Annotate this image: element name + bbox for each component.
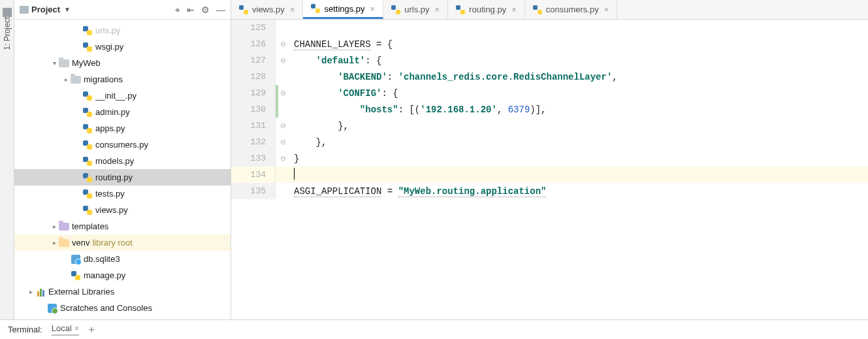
line-number: 130 xyxy=(231,101,276,118)
python-file-icon xyxy=(82,91,93,101)
python-file-icon xyxy=(239,5,248,14)
fold-toggle-icon[interactable]: ⊖ xyxy=(278,138,287,146)
editor-tabs: views.py×settings.py×urls.py×routing.py×… xyxy=(231,0,868,20)
tree-item[interactable]: ▾MyWeb xyxy=(14,55,231,71)
tree-item[interactable]: ▸wsgi.py xyxy=(14,39,231,55)
tree-item-label: apps.py xyxy=(95,123,125,133)
change-marker xyxy=(276,183,278,199)
python-file-icon xyxy=(82,205,93,216)
tree-item-label: routing.py xyxy=(95,172,133,182)
tree-item[interactable]: ▸models.py xyxy=(14,153,231,169)
python-file-icon xyxy=(82,172,93,183)
editor-body[interactable]: 125126⊖CHANNEL_LAYERS = {127⊖ 'default':… xyxy=(231,20,868,319)
editor-tab[interactable]: routing.py× xyxy=(448,0,525,19)
change-marker xyxy=(276,69,278,85)
tree-item-label: templates xyxy=(72,221,108,231)
project-header: Project ▼ ⌖ ⇤ ⚙ — xyxy=(14,0,231,20)
tree-item[interactable]: ▸routing.py xyxy=(14,169,231,186)
editor-tab[interactable]: settings.py× xyxy=(303,0,383,19)
expand-arrow-icon[interactable]: ▸ xyxy=(50,223,59,230)
code-line[interactable]: 134 xyxy=(231,167,868,183)
project-title[interactable]: Project xyxy=(31,5,60,14)
close-icon[interactable]: × xyxy=(290,5,295,14)
editor-tab[interactable]: views.py× xyxy=(231,0,303,19)
minimize-icon[interactable]: — xyxy=(216,5,225,14)
tree-item-label: consumers.py xyxy=(95,140,148,150)
tree-item-label: models.py xyxy=(95,156,134,166)
project-tree[interactable]: ▸urls.py▸wsgi.py▾MyWeb▸migrations▸__init… xyxy=(14,20,231,319)
close-icon[interactable]: × xyxy=(370,4,376,14)
editor-tab-label: consumers.py xyxy=(546,5,599,14)
code-line[interactable]: 130 "hosts": [('192.168.1.20', 6379)], xyxy=(231,101,868,118)
tree-item-label: External Libraries xyxy=(48,287,114,297)
collapse-all-icon[interactable]: ⇤ xyxy=(187,5,195,14)
tree-item-label: __init__.py xyxy=(95,91,137,101)
fold-toggle-icon[interactable]: ⊖ xyxy=(278,154,287,163)
code-line[interactable]: 125 xyxy=(231,20,868,36)
editor-tab-label: settings.py xyxy=(324,4,364,14)
line-number: 135 xyxy=(231,183,276,199)
code-line[interactable]: 127⊖ 'default': { xyxy=(231,52,868,69)
code-line[interactable]: 133⊖} xyxy=(231,150,868,167)
close-icon[interactable]: × xyxy=(74,323,80,333)
tree-item[interactable]: ▸consumers.py xyxy=(14,137,231,153)
tree-item[interactable]: ▸venvlibrary root xyxy=(14,234,231,251)
terminal-new-tab[interactable]: + xyxy=(88,324,94,336)
expand-arrow-icon[interactable]: ▸ xyxy=(50,239,59,246)
fold-toggle-icon[interactable]: ⊖ xyxy=(278,56,287,65)
editor-tab[interactable]: consumers.py× xyxy=(525,0,618,19)
tree-item[interactable]: ▸__init__.py xyxy=(14,88,231,104)
change-marker xyxy=(276,20,278,36)
tree-item[interactable]: ▸Scratches and Consoles xyxy=(14,300,231,316)
tree-item[interactable]: ▸views.py xyxy=(14,202,231,218)
tree-item[interactable]: ▸db.sqlite3 xyxy=(14,251,231,267)
line-number: 126 xyxy=(231,36,276,52)
tree-item[interactable]: ▸tests.py xyxy=(14,186,231,202)
tree-item-label: views.py xyxy=(95,205,128,215)
close-icon[interactable]: × xyxy=(435,5,440,14)
terminal-label: Terminal: xyxy=(8,325,42,334)
locate-icon[interactable]: ⌖ xyxy=(175,5,180,14)
project-dropdown-caret[interactable]: ▼ xyxy=(64,6,71,13)
python-file-icon xyxy=(82,42,93,52)
tree-item-label: db.sqlite3 xyxy=(84,254,120,264)
code-line[interactable]: 132⊖ }, xyxy=(231,134,868,150)
fold-toggle-icon[interactable]: ⊖ xyxy=(278,40,287,48)
expand-arrow-icon[interactable]: ▸ xyxy=(26,288,35,295)
tree-item-label: admin.py xyxy=(95,107,130,117)
tree-item-label: venv xyxy=(72,238,89,248)
tree-item[interactable]: ▸migrations xyxy=(14,71,231,88)
tree-item[interactable]: ▸templates xyxy=(14,218,231,234)
tree-item[interactable]: ▸manage.py xyxy=(14,267,231,283)
line-number: 134 xyxy=(231,167,276,183)
tree-item-label: wsgi.py xyxy=(95,42,123,52)
tree-item[interactable]: ▸apps.py xyxy=(14,120,231,137)
tree-item[interactable]: ▸urls.py xyxy=(14,22,231,39)
code-text: }, xyxy=(287,137,327,148)
folder-icon xyxy=(59,58,69,69)
editor-tab[interactable]: urls.py× xyxy=(383,0,448,19)
project-toolwin-icon xyxy=(3,8,12,17)
python-file-icon xyxy=(82,189,93,199)
code-line[interactable]: 129⊖ 'CONFIG': { xyxy=(231,85,868,101)
fold-toggle-icon[interactable]: ⊖ xyxy=(278,89,287,97)
gear-icon[interactable]: ⚙ xyxy=(201,5,210,14)
code-line[interactable]: 131⊖ }, xyxy=(231,118,868,134)
folder-icon xyxy=(71,74,81,85)
close-icon[interactable]: × xyxy=(511,5,517,14)
code-line[interactable]: 126⊖CHANNEL_LAYERS = { xyxy=(231,36,868,52)
tool-window-stripe[interactable]: 1: Project xyxy=(0,0,14,319)
tree-item[interactable]: ▸External Libraries xyxy=(14,283,231,300)
templates-folder-icon xyxy=(59,221,69,232)
fold-toggle-icon[interactable]: ⊖ xyxy=(278,121,287,130)
expand-arrow-icon[interactable]: ▾ xyxy=(50,59,59,67)
code-line[interactable]: 135ASGI_APPLICATION = "MyWeb.routing.app… xyxy=(231,183,868,199)
code-line[interactable]: 128 'BACKEND': 'channels_redis.core.Redi… xyxy=(231,69,868,85)
close-icon[interactable]: × xyxy=(604,5,609,14)
project-toolwin-label[interactable]: 1: Project xyxy=(3,17,12,50)
terminal-tab-local[interactable]: Local × xyxy=(52,323,80,336)
expand-arrow-icon[interactable]: ▸ xyxy=(61,76,71,83)
editor-tab-label: views.py xyxy=(252,5,285,14)
tree-item-label: migrations xyxy=(84,74,123,84)
tree-item[interactable]: ▸admin.py xyxy=(14,104,231,120)
